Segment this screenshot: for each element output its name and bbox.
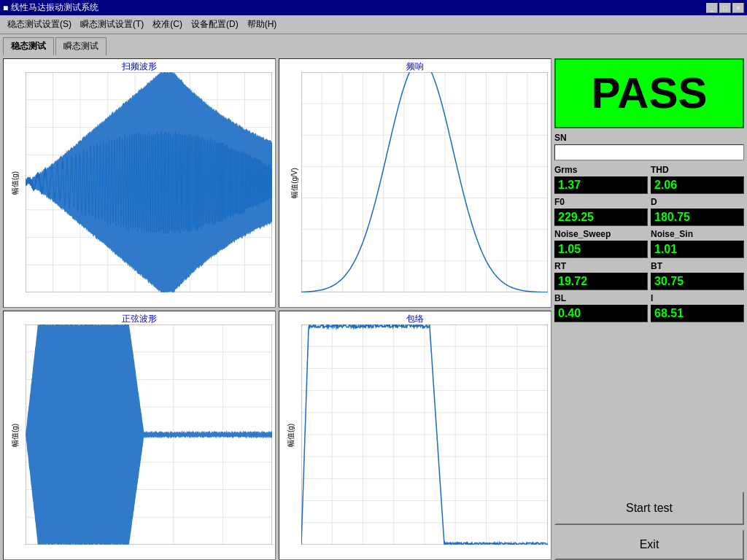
- metric-bl: BL 0.40: [554, 293, 648, 322]
- minimize-button[interactable]: _: [706, 3, 718, 13]
- app-icon: ■: [3, 3, 8, 13]
- thd-value: 2.06: [651, 176, 744, 194]
- right-panel: PASS SN Grms 1.37 THD 2.06 F0 229.25 D 1…: [554, 58, 744, 560]
- title-bar-controls[interactable]: _ □ ×: [706, 3, 744, 13]
- metric-thd: THD 2.06: [651, 165, 744, 194]
- main-content: 扫频波形 幅值(g) 频响 幅值(g/V) 正弦波形 幅值(g) 包络 幅值(g…: [0, 55, 747, 560]
- chart-envelope: 包络 幅值(g): [279, 311, 551, 560]
- canvas-sweep: [26, 72, 272, 292]
- pass-indicator: PASS: [554, 58, 744, 128]
- tab-bar: 稳态测试 瞬态测试: [0, 34, 747, 55]
- window-title: 线性马达振动测试系统: [11, 1, 98, 14]
- f0-label: F0: [554, 197, 648, 207]
- noise-sin-label: Noise_Sin: [651, 229, 744, 239]
- metric-grms: Grms 1.37: [554, 165, 648, 194]
- bt-label: BT: [651, 261, 744, 271]
- rt-value: 19.72: [554, 273, 648, 290]
- chart-sweep: 扫频波形 幅值(g): [3, 58, 276, 308]
- menu-calibrate[interactable]: 校准(C): [148, 17, 187, 32]
- metric-d: D 180.75: [651, 197, 744, 226]
- d-label: D: [651, 197, 744, 207]
- sweep-y-label: 幅值(g): [10, 171, 20, 195]
- noise-sweep-value: 1.05: [554, 241, 648, 258]
- metric-i: I 68.51: [651, 293, 744, 322]
- sine-y-label: 幅值(g): [10, 424, 20, 447]
- envelope-y-label: 幅值(g): [286, 424, 296, 447]
- grms-label: Grms: [554, 165, 648, 175]
- chart-freq: 频响 幅值(g/V): [279, 58, 551, 308]
- menu-transient-settings[interactable]: 瞬态测试设置(T): [76, 17, 148, 32]
- metrics-grid: Grms 1.37 THD 2.06 F0 229.25 D 180.75 No…: [554, 165, 744, 322]
- grms-value: 1.37: [554, 176, 648, 194]
- bt-value: 30.75: [651, 273, 744, 290]
- metric-noise-sweep: Noise_Sweep 1.05: [554, 229, 648, 258]
- sn-section: SN: [554, 133, 744, 160]
- noise-sin-value: 1.01: [651, 241, 744, 258]
- rt-label: RT: [554, 261, 648, 271]
- metric-rt: RT 19.72: [554, 261, 648, 290]
- bl-label: BL: [554, 293, 648, 303]
- menu-help[interactable]: 帮助(H): [243, 17, 282, 32]
- title-bar-left: ■ 线性马达振动测试系统: [3, 1, 98, 14]
- canvas-freq: [301, 72, 548, 292]
- metric-bt: BT 30.75: [651, 261, 744, 290]
- title-bar: ■ 线性马达振动测试系统 _ □ ×: [0, 0, 747, 15]
- close-button[interactable]: ×: [732, 3, 744, 13]
- maximize-button[interactable]: □: [719, 3, 731, 13]
- thd-label: THD: [651, 165, 744, 175]
- i-label: I: [651, 293, 744, 303]
- i-value: 68.51: [651, 305, 744, 322]
- charts-area: 扫频波形 幅值(g) 频响 幅值(g/V) 正弦波形 幅值(g) 包络 幅值(g…: [3, 58, 551, 560]
- menu-steady-settings[interactable]: 稳态测试设置(S): [3, 17, 76, 32]
- bl-value: 0.40: [554, 305, 648, 322]
- canvas-sine: [26, 324, 272, 545]
- exit-button[interactable]: Exit: [554, 529, 744, 560]
- sn-input[interactable]: [554, 144, 744, 160]
- sn-label: SN: [554, 133, 744, 143]
- start-test-button[interactable]: Start test: [554, 491, 744, 525]
- tab-transient[interactable]: 瞬态测试: [55, 37, 107, 55]
- noise-sweep-label: Noise_Sweep: [554, 229, 648, 239]
- menu-bar: 稳态测试设置(S) 瞬态测试设置(T) 校准(C) 设备配置(D) 帮助(H): [0, 15, 747, 34]
- menu-device-config[interactable]: 设备配置(D): [187, 17, 243, 32]
- canvas-envelope: [301, 324, 548, 545]
- f0-value: 229.25: [554, 209, 648, 226]
- metric-f0: F0 229.25: [554, 197, 648, 226]
- freq-y-label: 幅值(g/V): [290, 168, 300, 198]
- metric-noise-sin: Noise_Sin 1.01: [651, 229, 744, 258]
- d-value: 180.75: [651, 209, 744, 226]
- chart-sine: 正弦波形 幅值(g): [3, 311, 276, 560]
- tab-steady[interactable]: 稳态测试: [3, 37, 54, 55]
